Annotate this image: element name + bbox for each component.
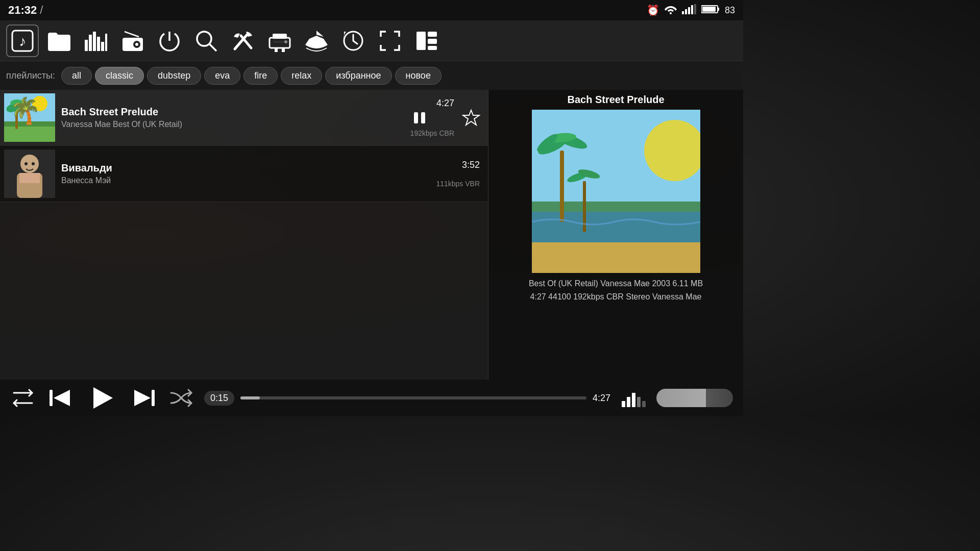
svg-point-42 [13, 99, 29, 111]
tab-izbrannoye[interactable]: избранное [325, 67, 391, 85]
favorite-button[interactable] [458, 105, 484, 131]
svg-point-30 [284, 40, 287, 43]
svg-rect-26 [273, 34, 287, 39]
pause-button[interactable] [410, 109, 429, 127]
svg-text:♪: ♪ [19, 33, 26, 49]
current-time: 0:15 [204, 391, 234, 406]
track-details-line1: Best Of (UK Retail) Vanessa Mae 2003 6.1… [497, 277, 735, 290]
svg-rect-11 [85, 40, 88, 51]
toolbar: ♪ [0, 20, 743, 61]
total-time: 4:27 [593, 393, 610, 404]
svg-point-51 [24, 162, 28, 165]
tab-dubstep[interactable]: dubstep [147, 67, 201, 85]
svg-rect-32 [416, 32, 426, 50]
svg-line-22 [209, 44, 216, 51]
repeat-button[interactable] [10, 387, 36, 409]
track-bitrate: 192kbps CBR [410, 129, 454, 137]
tab-relax[interactable]: relax [281, 67, 322, 85]
svg-point-43 [10, 99, 23, 106]
fullscreen-icon[interactable] [374, 24, 406, 57]
track-list: Bach Street Prelude Vanessa Mae Best Of … [0, 90, 488, 380]
equalizer-icon[interactable] [80, 24, 112, 57]
tab-novoye[interactable]: новое [395, 67, 442, 85]
svg-rect-44 [414, 112, 418, 123]
status-separator: / [40, 4, 43, 17]
track-item[interactable]: Вивальди Ванесса Мэй 3:52 111kbps VBR [0, 146, 488, 202]
folder-icon[interactable] [43, 24, 76, 57]
svg-rect-58 [560, 151, 564, 222]
status-icons: ⏰ 83 [647, 4, 735, 17]
bottom-controls: 0:15 4:27 [0, 380, 743, 416]
svg-rect-33 [428, 32, 437, 37]
track-item[interactable]: Bach Street Prelude Vanessa Mae Best Of … [0, 90, 488, 146]
play-button[interactable] [87, 385, 117, 411]
svg-rect-80 [642, 401, 646, 407]
tab-fire[interactable]: fire [243, 67, 278, 85]
scanner-icon[interactable] [263, 24, 296, 57]
power-icon[interactable] [153, 24, 186, 57]
tab-classic[interactable]: classic [95, 67, 144, 85]
volume-slider[interactable] [656, 389, 733, 407]
track-bitrate: 111kbps VBR [436, 180, 480, 188]
svg-rect-28 [282, 48, 285, 52]
svg-rect-14 [97, 37, 100, 51]
svg-rect-3 [688, 7, 690, 14]
alarm-icon: ⏰ [647, 4, 659, 16]
shuffle-button[interactable] [168, 387, 194, 409]
music-note-icon[interactable]: ♪ [6, 24, 39, 57]
svg-rect-4 [691, 5, 693, 14]
tab-eva[interactable]: eva [204, 67, 240, 85]
svg-rect-38 [4, 127, 55, 142]
playlist-tabs: плейлисты: all classic dubstep eva fire … [0, 61, 743, 90]
svg-rect-2 [685, 9, 687, 14]
boat-icon[interactable] [300, 24, 333, 57]
svg-rect-71 [50, 390, 53, 406]
svg-rect-20 [125, 40, 132, 42]
track-details: Best Of (UK Retail) Vanessa Mae 2003 6.1… [488, 273, 743, 307]
search-icon[interactable] [190, 24, 223, 57]
clock-icon[interactable] [337, 24, 370, 57]
now-playing-artwork [532, 110, 700, 273]
layout-icon[interactable] [410, 24, 443, 57]
battery-percent: 83 [725, 5, 735, 16]
progress-bar[interactable] [240, 396, 586, 399]
svg-point-0 [670, 12, 672, 14]
svg-rect-78 [632, 393, 635, 407]
track-title: Bach Street Prelude [61, 106, 404, 118]
now-playing-title: Bach Street Prelude [488, 90, 743, 110]
svg-rect-74 [152, 390, 155, 406]
svg-rect-27 [275, 48, 278, 52]
svg-rect-13 [93, 32, 96, 51]
svg-rect-5 [694, 4, 696, 14]
svg-point-52 [32, 162, 35, 165]
svg-rect-12 [89, 35, 92, 51]
playlist-label: плейлисты: [6, 70, 55, 81]
svg-rect-7 [718, 8, 719, 11]
track-meta: 3:52 111kbps VBR [436, 160, 484, 188]
status-time: 21:32 [8, 4, 37, 17]
radio-icon[interactable] [116, 24, 149, 57]
track-thumbnail [4, 149, 55, 198]
svg-rect-57 [532, 242, 700, 273]
svg-marker-46 [463, 110, 479, 125]
main-content: Bach Street Prelude Vanessa Mae Best Of … [0, 90, 743, 380]
track-info: Вивальди Ванесса Мэй [55, 162, 436, 185]
battery-icon [701, 4, 720, 17]
svg-rect-34 [428, 39, 437, 44]
svg-marker-75 [134, 390, 151, 406]
svg-rect-77 [627, 397, 630, 407]
tools-icon[interactable] [227, 24, 259, 57]
svg-point-21 [197, 32, 211, 46]
next-button[interactable] [128, 387, 158, 409]
status-bar: 21:32 / ⏰ [0, 0, 743, 20]
tab-all[interactable]: all [61, 67, 92, 85]
track-duration: 4:27 [410, 98, 454, 109]
svg-point-39 [32, 96, 47, 111]
now-playing-panel: Bach Street Prelude [488, 90, 743, 380]
svg-rect-15 [101, 42, 104, 51]
track-album: Ванесса Мэй [61, 176, 430, 185]
svg-marker-72 [54, 390, 70, 406]
prev-button[interactable] [46, 387, 77, 409]
svg-rect-35 [428, 46, 437, 50]
svg-point-19 [135, 43, 138, 46]
